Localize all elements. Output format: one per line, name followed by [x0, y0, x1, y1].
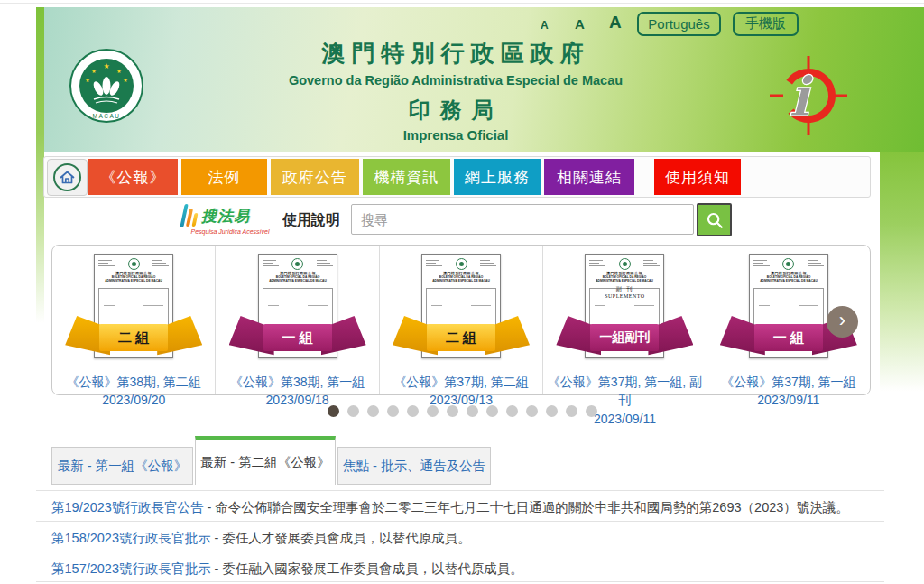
- soufayi-legal-search-logo[interactable]: 搜法易 Pesquisa Jurídica Acessível: [182, 204, 278, 240]
- svg-text:★: ★: [91, 69, 96, 74]
- nav-item-org-info[interactable]: 機構資訊: [363, 159, 450, 195]
- gazette-ribbon: 一 組: [229, 316, 366, 357]
- home-button[interactable]: [47, 159, 88, 196]
- search-icon: [706, 211, 724, 229]
- news-list: 第19/2023號行政長官公告 - 命令公佈聯合國安全理事會於二零二三年七月二十…: [36, 490, 884, 582]
- tab-highlight-notices[interactable]: 焦點 - 批示、通告及公告: [337, 447, 491, 485]
- svg-text:★: ★: [85, 78, 89, 83]
- logo-bar-yellow: [191, 213, 198, 227]
- carousel-dot[interactable]: [407, 405, 419, 417]
- gazette-title-link[interactable]: 《公報》第38期, 第一組: [216, 373, 378, 391]
- soufayi-logo-subtitle: Pesquisa Jurídica Acessível: [182, 228, 278, 235]
- gazette-carousel-item[interactable]: 澳門特別行政區公報 BOLETIM OFICIAL DA REGIÃO ADMI…: [379, 246, 542, 394]
- carousel-dot[interactable]: [526, 405, 538, 417]
- nav-item-gov-notices[interactable]: 政府公告: [271, 159, 359, 195]
- news-link[interactable]: 第157/2023號行政長官批示: [51, 561, 210, 576]
- news-text: - 命令公佈聯合國安全理事會於二零二三年七月二十七日通過的關於中非共和國局勢的第…: [203, 500, 848, 514]
- mini-emblem-icon: [782, 258, 794, 270]
- font-size-medium-button[interactable]: A: [575, 16, 585, 32]
- font-size-small-button[interactable]: A: [541, 19, 549, 32]
- mini-emblem-icon: [619, 258, 631, 270]
- news-row: 第19/2023號行政長官公告 - 命令公佈聯合國安全理事會於二零二三年七月二十…: [36, 490, 884, 521]
- svg-text:★: ★: [116, 69, 121, 74]
- news-text: - 委任人才發展委員會成員，以替代原成員。: [210, 531, 470, 545]
- gazette-carousel-item[interactable]: 澳門特別行政區公報 BOLETIM OFICIAL DA REGIÃO ADMI…: [52, 246, 215, 394]
- gazette-ribbon: 二 組: [65, 316, 202, 357]
- supplement-label: 副 刊 SUPLEMENTO: [586, 285, 663, 299]
- macau-emblem-logo: ★ ★ ★ ★ ★ MACAU: [69, 48, 144, 124]
- svg-text:★: ★: [103, 62, 109, 70]
- carousel-dot[interactable]: [546, 405, 558, 417]
- carousel-dot[interactable]: [427, 405, 439, 417]
- main-navigation-bar: 《公報》 法例 政府公告 機構資訊 網上服務 相關連結 使用須知: [43, 156, 871, 198]
- news-link[interactable]: 第19/2023號行政長官公告: [51, 500, 203, 514]
- gazette-title-link[interactable]: 《公報》第37期, 第一組, 副刊: [543, 373, 706, 410]
- mini-emblem-icon: [456, 258, 467, 270]
- nav-item-legislation[interactable]: 法例: [181, 159, 267, 195]
- gazette-ribbon: 二 組: [393, 316, 530, 357]
- imprensa-oficial-i-logo: i: [765, 51, 850, 141]
- carousel-dots: [0, 405, 924, 417]
- news-row: 第158/2023號行政長官批示 - 委任人才發展委員會成員，以替代原成員。: [36, 521, 884, 552]
- gov-title-pt: Governo da Região Administrativa Especia…: [271, 73, 641, 88]
- news-tabs: 最新 - 第一組《公報》 最新 - 第二組《公報》 焦點 - 批示、通告及公告: [51, 436, 491, 485]
- search-input[interactable]: [351, 204, 694, 235]
- right-green-strip: [880, 152, 924, 392]
- portuguese-language-button[interactable]: Português: [637, 12, 721, 36]
- news-row: 第157/2023號行政長官批示 - 委任融入國家發展工作委員會成員，以替代原成…: [36, 552, 884, 582]
- gazette-ribbon: 一組副刊: [556, 316, 693, 357]
- gazette-title-link[interactable]: 《公報》第38期, 第二組: [52, 373, 215, 391]
- mobile-version-button[interactable]: 手機版: [733, 12, 799, 36]
- font-size-large-button[interactable]: A: [609, 13, 622, 32]
- carousel-dot[interactable]: [447, 405, 458, 417]
- chevron-right-icon: ›: [839, 311, 845, 330]
- carousel-dot[interactable]: [566, 405, 578, 417]
- carousel-dot[interactable]: [486, 405, 498, 417]
- gov-title-zh: 澳門特別行政區政府: [271, 38, 641, 70]
- bureau-title-zh: 印務局: [271, 96, 641, 125]
- bureau-title-pt: Imprensa Oficial: [271, 127, 641, 143]
- gazette-carousel-item[interactable]: 澳門特別行政區公報 BOLETIM OFICIAL DA REGIÃO ADMI…: [542, 246, 706, 394]
- usage-instructions-link[interactable]: 使用說明: [282, 211, 340, 230]
- carousel-dot[interactable]: [586, 405, 597, 417]
- tab-latest-series1-gazette[interactable]: 最新 - 第一組《公報》: [51, 447, 193, 485]
- home-icon: [53, 163, 81, 191]
- gazette-carousel: 澳門特別行政區公報 BOLETIM OFICIAL DA REGIÃO ADMI…: [51, 245, 871, 395]
- news-text: - 委任融入國家發展工作委員會成員，以替代原成員。: [210, 561, 522, 576]
- nav-item-online-services[interactable]: 網上服務: [454, 159, 541, 195]
- carousel-next-button[interactable]: ›: [827, 306, 858, 338]
- news-link[interactable]: 第158/2023號行政長官批示: [51, 531, 210, 545]
- carousel-dot[interactable]: [506, 405, 518, 417]
- soufayi-logo-title: 搜法易: [201, 206, 250, 227]
- carousel-dot[interactable]: [367, 405, 379, 417]
- mini-emblem-icon: [291, 258, 303, 270]
- site-title-block: 澳門特別行政區政府 Governo da Região Administrati…: [271, 38, 641, 143]
- tab-latest-series2-gazette[interactable]: 最新 - 第二組《公報》: [195, 436, 336, 485]
- gazette-title-link[interactable]: 《公報》第37期, 第二組: [380, 373, 542, 391]
- top-divider: [0, 3, 924, 4]
- gazette-title-link[interactable]: 《公報》第37期, 第一組: [707, 373, 870, 391]
- mini-emblem-icon: [128, 258, 140, 270]
- svg-text:MACAU: MACAU: [93, 113, 121, 119]
- search-button[interactable]: [697, 203, 732, 236]
- gazette-carousel-item[interactable]: 澳門特別行政區公報 BOLETIM OFICIAL DA REGIÃO ADMI…: [215, 246, 378, 394]
- carousel-dot[interactable]: [467, 405, 478, 417]
- nav-item-terms-of-use[interactable]: 使用須知: [654, 159, 741, 195]
- nav-item-gazette[interactable]: 《公報》: [88, 159, 178, 195]
- nav-item-related-links[interactable]: 相關連結: [544, 159, 634, 195]
- svg-text:★: ★: [123, 78, 127, 83]
- carousel-dot[interactable]: [347, 405, 359, 417]
- carousel-dot[interactable]: [328, 405, 339, 417]
- page: ★ ★ ★ ★ ★ MACAU 澳門特別行政區政府 Governo da Reg…: [0, 0, 924, 584]
- carousel-dot[interactable]: [387, 405, 399, 417]
